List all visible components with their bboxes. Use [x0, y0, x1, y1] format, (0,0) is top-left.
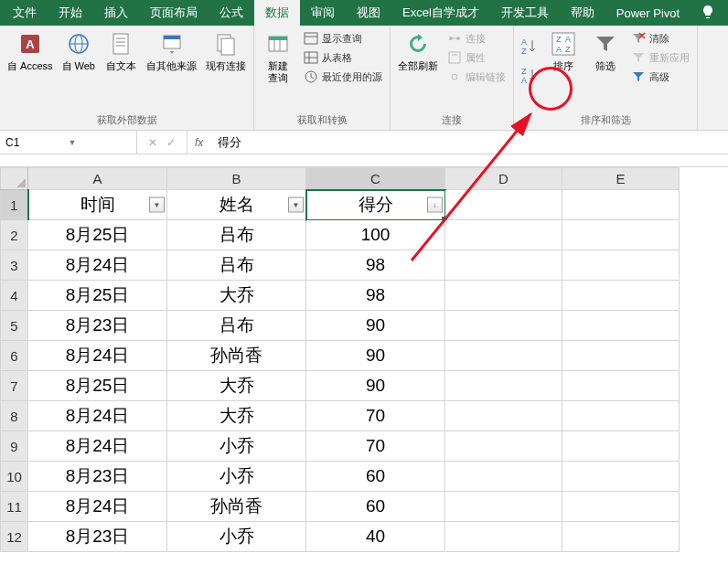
cell[interactable]: 60	[306, 492, 445, 522]
cell[interactable]: 8月25日	[28, 371, 167, 401]
cell[interactable]: 8月23日	[28, 462, 167, 492]
cell[interactable]	[445, 431, 562, 462]
from-other-button[interactable]: 自其他来源	[143, 27, 200, 74]
refresh-all-button[interactable]: 全部刷新	[394, 27, 442, 74]
row-header-8[interactable]: 8	[1, 401, 28, 431]
cell[interactable]	[562, 220, 680, 250]
tab-file[interactable]: 文件	[2, 0, 48, 27]
cell[interactable]	[562, 522, 680, 552]
cell[interactable]	[445, 522, 562, 552]
cell[interactable]: 100	[306, 220, 445, 250]
formula-input[interactable]: 得分	[210, 132, 728, 154]
tab-help[interactable]: 帮助	[560, 0, 605, 27]
cell[interactable]	[445, 401, 562, 431]
cell[interactable]	[445, 371, 562, 401]
cell[interactable]	[562, 250, 680, 281]
clear-filter-button[interactable]: 清除	[627, 29, 693, 48]
cell[interactable]	[445, 281, 562, 311]
tab-review[interactable]: 审阅	[300, 0, 346, 27]
sort-desc-button[interactable]: ZA	[518, 64, 541, 88]
cell[interactable]	[562, 281, 680, 311]
advanced-filter-button[interactable]: 高级	[627, 68, 693, 86]
from-access-button[interactable]: A 自 Access	[4, 27, 57, 74]
cell[interactable]: 90	[306, 371, 445, 401]
tab-data[interactable]: 数据	[254, 0, 300, 27]
new-query-button[interactable]: 新建 查询	[258, 27, 298, 86]
cell[interactable]: 小乔	[167, 462, 306, 492]
name-box-dropdown-icon[interactable]: ▼	[69, 138, 132, 147]
tell-me-icon[interactable]	[702, 5, 717, 22]
row-header-5[interactable]: 5	[1, 311, 28, 341]
cell[interactable]: 70	[306, 431, 445, 462]
tab-view[interactable]: 视图	[346, 0, 391, 27]
row-header-10[interactable]: 10	[1, 462, 28, 492]
cell[interactable]: 98	[306, 250, 445, 281]
cell[interactable]: 吕布	[167, 250, 306, 281]
filter-dropdown-icon[interactable]: ▼	[149, 197, 165, 213]
cell[interactable]	[445, 492, 562, 522]
cell[interactable]	[562, 341, 680, 371]
row-header-1[interactable]: 1	[1, 190, 28, 220]
cell[interactable]: 8月24日	[28, 341, 167, 371]
tab-page-layout[interactable]: 页面布局	[139, 0, 209, 27]
cell[interactable]: 小乔	[167, 431, 306, 462]
cell[interactable]	[562, 462, 680, 492]
cell[interactable]	[445, 341, 562, 371]
row-header-7[interactable]: 7	[1, 371, 28, 401]
row-header-4[interactable]: 4	[1, 281, 28, 311]
cell[interactable]: 姓名▼	[167, 190, 306, 220]
cell[interactable]: 大乔	[167, 281, 306, 311]
col-header-C[interactable]: C	[306, 168, 445, 190]
sort-asc-button[interactable]: AZ	[518, 35, 541, 58]
cell[interactable]	[562, 492, 680, 522]
cell[interactable]: 孙尚香	[167, 341, 306, 371]
col-header-A[interactable]: A	[28, 168, 167, 190]
row-header-12[interactable]: 12	[1, 522, 28, 552]
recent-sources-button[interactable]: 最近使用的源	[300, 68, 386, 86]
cell[interactable]: 小乔	[167, 522, 306, 552]
tab-home[interactable]: 开始	[48, 0, 93, 27]
cell[interactable]: 大乔	[167, 401, 306, 431]
cell[interactable]	[562, 431, 680, 462]
cell[interactable]	[445, 462, 562, 492]
cell[interactable]: 8月25日	[28, 281, 167, 311]
cell[interactable]: 8月24日	[28, 250, 167, 281]
cell[interactable]: 8月24日	[28, 431, 167, 462]
cell[interactable]: 8月25日	[28, 220, 167, 250]
row-header-2[interactable]: 2	[1, 220, 28, 250]
cell[interactable]	[445, 311, 562, 341]
show-queries-button[interactable]: 显示查询	[300, 29, 386, 48]
cell[interactable]	[445, 190, 562, 220]
cell[interactable]: 吕布	[167, 311, 306, 341]
fx-icon[interactable]: fx	[187, 136, 210, 149]
row-header-3[interactable]: 3	[1, 250, 28, 281]
from-web-button[interactable]: 自 Web	[59, 27, 99, 74]
cell[interactable]: 8月23日	[28, 311, 167, 341]
cell[interactable]	[562, 190, 680, 220]
tab-insert[interactable]: 插入	[93, 0, 139, 27]
cell[interactable]: 40	[306, 522, 445, 552]
col-header-E[interactable]: E	[562, 168, 680, 190]
cell[interactable]	[562, 401, 680, 431]
col-header-D[interactable]: D	[445, 168, 562, 190]
cell[interactable]: 时间▼	[28, 190, 167, 220]
cell[interactable]: 吕布	[167, 220, 306, 250]
cell[interactable]	[445, 220, 562, 250]
select-all-corner[interactable]	[1, 168, 28, 190]
cell[interactable]: 8月24日	[28, 492, 167, 522]
cell[interactable]: 90	[306, 341, 445, 371]
cell[interactable]: 98	[306, 281, 445, 311]
filter-dropdown-icon[interactable]: ↓	[427, 197, 443, 213]
filter-dropdown-icon[interactable]: ▼	[288, 197, 304, 213]
cell[interactable]: 70	[306, 401, 445, 431]
cell[interactable]: 90	[306, 311, 445, 341]
cell[interactable]: 8月24日	[28, 401, 167, 431]
row-header-6[interactable]: 6	[1, 341, 28, 371]
tab-power-pivot[interactable]: Power Pivot	[605, 1, 691, 26]
row-header-9[interactable]: 9	[1, 431, 28, 462]
tab-custom[interactable]: Excel自学成才	[391, 0, 490, 27]
filter-button[interactable]: 筛选	[585, 27, 626, 74]
cell[interactable]	[562, 311, 680, 341]
cell[interactable]	[445, 250, 562, 281]
col-header-B[interactable]: B	[167, 168, 306, 190]
